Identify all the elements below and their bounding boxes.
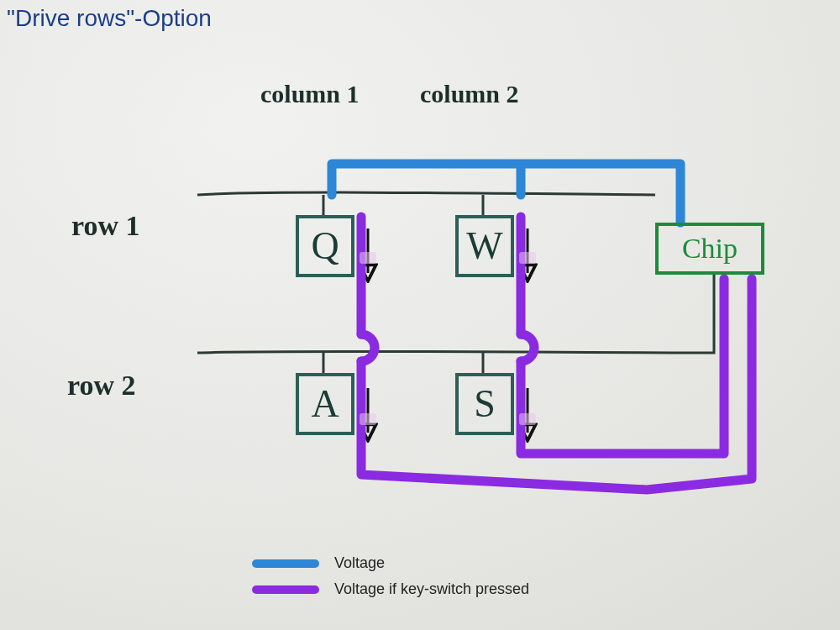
chip-box: Chip <box>655 223 764 275</box>
key-a-label: A <box>311 385 339 423</box>
row2-wire <box>197 275 714 353</box>
key-a: A <box>296 373 354 435</box>
voltage-line <box>332 164 680 223</box>
pressed-col2-hop <box>521 334 534 361</box>
legend-row-voltage: Voltage <box>252 554 529 572</box>
svg-rect-0 <box>360 252 376 264</box>
svg-rect-2 <box>360 413 376 425</box>
key-s: S <box>455 373 514 435</box>
svg-rect-1 <box>519 252 536 264</box>
svg-rect-3 <box>519 413 536 425</box>
row-1-label: row 1 <box>71 210 140 242</box>
column-1-label: column 1 <box>260 80 360 108</box>
key-w-label: W <box>466 227 502 265</box>
row-2-label: row 2 <box>67 370 136 402</box>
column-2-label: column 2 <box>420 80 519 108</box>
legend-swatch-voltage <box>252 559 319 568</box>
pressed-col1-hop <box>361 334 375 361</box>
page-title: "Drive rows"-Option <box>7 5 212 32</box>
key-s-label: S <box>474 385 496 423</box>
key-q: Q <box>296 215 354 277</box>
row1-wire <box>197 192 655 195</box>
chip-label: Chip <box>682 233 738 265</box>
legend-row-pressed: Voltage if key-switch pressed <box>252 580 529 598</box>
legend-label-voltage: Voltage <box>334 554 385 572</box>
key-w: W <box>455 215 514 277</box>
key-q-label: Q <box>311 227 339 265</box>
legend-swatch-pressed <box>252 585 319 594</box>
diagram-page: "Drive rows"-Option column 1 column 2 ro… <box>0 0 840 630</box>
legend: Voltage Voltage if key-switch pressed <box>252 554 529 606</box>
legend-label-pressed: Voltage if key-switch pressed <box>334 580 529 598</box>
